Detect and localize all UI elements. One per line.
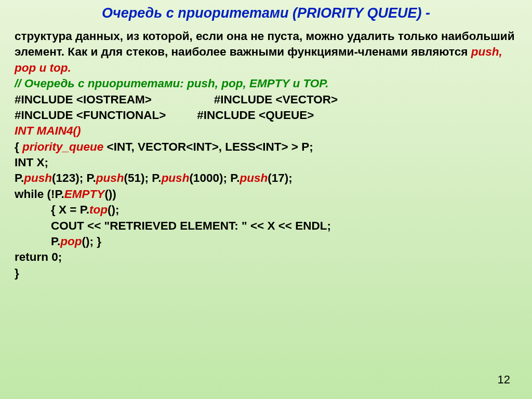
page-number: 12: [498, 373, 510, 387]
cout-line: COUT << "RETRIEVED ELEMENT: " << X << EN…: [15, 218, 517, 234]
close-brace: }: [15, 265, 517, 281]
push-m3: push: [162, 171, 190, 184]
pq-name: priority_queue: [22, 140, 103, 153]
push-m2: push: [96, 171, 124, 184]
push-a4: (17);: [268, 171, 292, 184]
priority-queue-decl: { priority_queue <INT, VECTOR<INT>, LESS…: [15, 139, 517, 155]
var-declaration: INT X;: [15, 155, 517, 170]
comment-slashes: //: [15, 77, 24, 90]
pq-open: {: [15, 140, 22, 153]
push-a2: (51); P.: [124, 171, 162, 184]
block-open2: ();: [108, 203, 119, 216]
while-open: while (!P.: [15, 188, 64, 201]
include-functional: #INCLUDE <FUNCTIONAL>: [15, 109, 166, 122]
push-m4: push: [240, 171, 268, 184]
comment-text: Очередь с приоритетами: push, pop, EMPTY…: [24, 77, 329, 90]
empty-method: EMPTY: [64, 188, 105, 201]
main-sig-text: INT MAIN4(): [15, 124, 81, 137]
slide-title: Очередь с приоритетами (PRIORITY QUEUE) …: [15, 5, 517, 21]
while-line: while (!P.EMPTY()): [15, 187, 517, 202]
cout-text: COUT << "RETRIEVED ELEMENT: " << X << EN…: [51, 219, 331, 232]
include-line-1: #INCLUDE <IOSTREAM>#INCLUDE <VECTOR>: [15, 92, 517, 108]
pop-line: P.pop(); }: [15, 234, 517, 249]
include-vector: #INCLUDE <VECTOR>: [214, 93, 338, 106]
push-a1: (123); P.: [52, 171, 96, 184]
push-p1: P.: [15, 171, 24, 184]
pop-close: (); }: [82, 235, 102, 248]
block-top-line: { X = P.top();: [15, 202, 517, 218]
include-iostream: #INCLUDE <IOSTREAM>: [15, 93, 152, 106]
intro-text: структура данных, из которой, если она н…: [15, 30, 514, 58]
while-close: ()): [104, 188, 116, 201]
code-comment: // Очередь с приоритетами: push, pop, EM…: [15, 76, 517, 91]
top-method: top: [89, 203, 108, 216]
intro-paragraph: структура данных, из которой, если она н…: [15, 29, 517, 76]
push-a3: (1000); P.: [189, 171, 240, 184]
include-line-2: #INCLUDE <FUNCTIONAL>#INCLUDE <QUEUE>: [15, 108, 517, 123]
block-open: { X = P.: [51, 203, 89, 216]
pop-p: P.: [51, 235, 60, 248]
push-m1: push: [24, 171, 52, 184]
pop-method: pop: [60, 235, 82, 248]
pq-template: <INT, VECTOR<INT>, LESS<INT> > P;: [103, 140, 313, 153]
push-line: P.push(123); P.push(51); P.push(1000); P…: [15, 170, 517, 186]
main-signature: INT MAIN4(): [15, 123, 517, 139]
return-line: return 0;: [15, 249, 517, 265]
include-queue: #INCLUDE <QUEUE>: [197, 109, 314, 122]
